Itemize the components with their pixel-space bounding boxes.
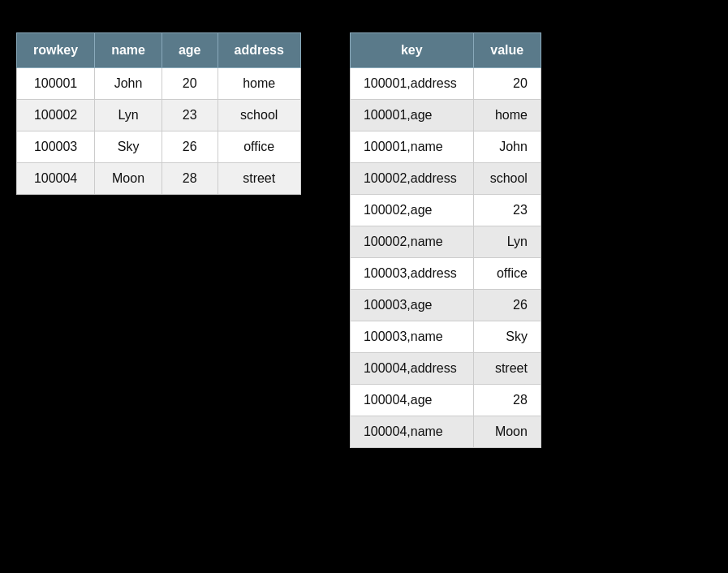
tables-wrapper: rowkeynameageaddress 100001John20home100… <box>16 32 541 448</box>
left-cell-r0-c2: 20 <box>162 68 218 100</box>
right-table-row: 100004,nameMoon <box>350 416 541 448</box>
right-cell-r6-c0: 100003,address <box>350 258 473 290</box>
right-table-row: 100002,age23 <box>350 195 541 226</box>
right-cell-r0-c1: 20 <box>473 68 541 100</box>
right-table-row: 100002,addressschool <box>350 163 541 195</box>
right-cell-r1-c1: home <box>473 100 541 131</box>
right-cell-r9-c1: street <box>473 353 541 385</box>
left-table-body: 100001John20home100002Lyn23school100003S… <box>17 68 301 195</box>
right-table-header: keyvalue <box>350 33 541 68</box>
right-col-header-value: value <box>473 33 541 68</box>
right-cell-r8-c1: Sky <box>473 321 541 353</box>
left-cell-r2-c3: office <box>218 131 300 163</box>
right-cell-r4-c1: 23 <box>473 195 541 226</box>
right-table-row: 100003,age26 <box>350 290 541 321</box>
left-col-header-name: name <box>95 33 162 68</box>
left-col-header-address: address <box>218 33 300 68</box>
right-table-row: 100001,nameJohn <box>350 131 541 163</box>
left-cell-r0-c1: John <box>95 68 162 100</box>
right-col-header-key: key <box>350 33 473 68</box>
left-cell-r2-c2: 26 <box>162 131 218 163</box>
left-cell-r3-c2: 28 <box>162 163 218 195</box>
left-header-row: rowkeynameageaddress <box>17 33 301 68</box>
right-table-row: 100003,nameSky <box>350 321 541 353</box>
right-cell-r11-c1: Moon <box>473 416 541 448</box>
left-cell-r3-c0: 100004 <box>17 163 95 195</box>
right-table-row: 100004,addressstreet <box>350 353 541 385</box>
right-cell-r4-c0: 100002,age <box>350 195 473 226</box>
right-table-row: 100002,nameLyn <box>350 226 541 258</box>
right-cell-r8-c0: 100003,name <box>350 321 473 353</box>
right-cell-r3-c1: school <box>473 163 541 195</box>
right-table-row: 100003,addressoffice <box>350 258 541 290</box>
left-cell-r1-c1: Lyn <box>95 100 162 131</box>
left-table: rowkeynameageaddress 100001John20home100… <box>16 32 301 195</box>
right-cell-r1-c0: 100001,age <box>350 100 473 131</box>
left-table-header: rowkeynameageaddress <box>17 33 301 68</box>
right-cell-r10-c1: 28 <box>473 385 541 416</box>
left-table-row: 100004Moon28street <box>17 163 301 195</box>
left-cell-r0-c0: 100001 <box>17 68 95 100</box>
right-cell-r0-c0: 100001,address <box>350 68 473 100</box>
right-table-body: 100001,address20100001,agehome100001,nam… <box>350 68 541 448</box>
left-col-header-age: age <box>162 33 218 68</box>
right-table-row: 100004,age28 <box>350 385 541 416</box>
right-cell-r7-c0: 100003,age <box>350 290 473 321</box>
left-cell-r1-c2: 23 <box>162 100 218 131</box>
left-cell-r0-c3: home <box>218 68 300 100</box>
left-cell-r2-c0: 100003 <box>17 131 95 163</box>
left-col-header-rowkey: rowkey <box>17 33 95 68</box>
right-table-row: 100001,address20 <box>350 68 541 100</box>
right-cell-r9-c0: 100004,address <box>350 353 473 385</box>
left-table-row: 100001John20home <box>17 68 301 100</box>
right-table-row: 100001,agehome <box>350 100 541 131</box>
right-cell-r10-c0: 100004,age <box>350 385 473 416</box>
right-cell-r2-c1: John <box>473 131 541 163</box>
right-cell-r2-c0: 100001,name <box>350 131 473 163</box>
left-cell-r3-c3: street <box>218 163 300 195</box>
left-cell-r1-c0: 100002 <box>17 100 95 131</box>
right-cell-r6-c1: office <box>473 258 541 290</box>
left-cell-r1-c3: school <box>218 100 300 131</box>
right-cell-r3-c0: 100002,address <box>350 163 473 195</box>
left-table-row: 100003Sky26office <box>17 131 301 163</box>
right-cell-r5-c1: Lyn <box>473 226 541 258</box>
left-cell-r3-c1: Moon <box>95 163 162 195</box>
right-table: keyvalue 100001,address20100001,agehome1… <box>350 32 541 448</box>
right-header-row: keyvalue <box>350 33 541 68</box>
right-cell-r11-c0: 100004,name <box>350 416 473 448</box>
left-cell-r2-c1: Sky <box>95 131 162 163</box>
right-cell-r5-c0: 100002,name <box>350 226 473 258</box>
left-table-row: 100002Lyn23school <box>17 100 301 131</box>
right-cell-r7-c1: 26 <box>473 290 541 321</box>
